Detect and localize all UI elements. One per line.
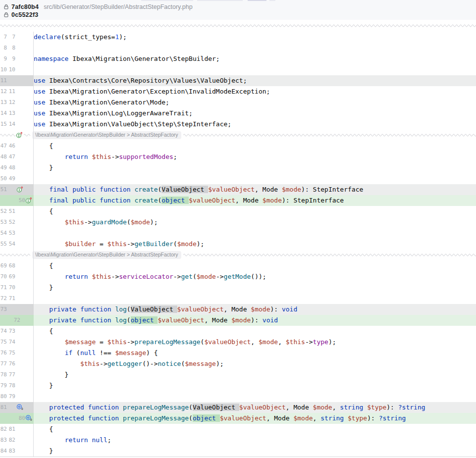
code-token xyxy=(34,360,80,367)
code-token: $valueObject xyxy=(204,338,251,346)
code-token xyxy=(34,305,49,313)
line-number-old: 70 xyxy=(0,271,7,282)
code-line[interactable] xyxy=(34,173,476,184)
code-token: = xyxy=(96,338,107,346)
line-number-old: 52 xyxy=(0,206,7,217)
code-line[interactable] xyxy=(34,293,476,304)
code-token: return xyxy=(65,273,88,280)
code-line[interactable]: final public function create(ValueObject… xyxy=(34,184,476,195)
code-line[interactable]: } xyxy=(34,446,476,457)
code-line[interactable]: { xyxy=(34,260,476,271)
code-token: supportedModes xyxy=(119,153,173,160)
code-line[interactable]: $builder = $this->getBuilder($mode); xyxy=(34,239,476,250)
code-line[interactable]: private function log(object $valueObject… xyxy=(34,315,476,326)
code-token xyxy=(119,414,123,422)
code-line[interactable]: final public function create(object $val… xyxy=(34,195,476,206)
code-token: ): StepInterface xyxy=(282,197,344,204)
line-number-old: 15 xyxy=(0,119,7,130)
code-line[interactable]: protected function prepareLogMessage(Val… xyxy=(34,402,476,413)
code-token: { xyxy=(34,207,53,215)
code-token: $type xyxy=(348,414,367,422)
code-token xyxy=(34,197,49,204)
code-line[interactable] xyxy=(34,64,476,75)
breadcrumb-chip[interactable]: \Ibexa\Migration\Generator\StepBuilder >… xyxy=(32,131,181,139)
code-token: use xyxy=(34,99,45,106)
gutter: 7877 xyxy=(0,369,34,380)
code-line[interactable]: private function log(ValueObject $valueO… xyxy=(34,304,476,315)
code-line[interactable]: namespace Ibexa\Migration\Generator\Step… xyxy=(34,53,476,64)
line-number-old: 72 xyxy=(0,293,7,304)
code-line[interactable]: } xyxy=(34,162,476,173)
changed-word: ValueObject xyxy=(161,186,208,193)
code-line[interactable]: } xyxy=(34,282,476,293)
implements-interface-icon[interactable] xyxy=(25,197,33,204)
code-token: $mode xyxy=(293,414,313,422)
diff-line: 8079 xyxy=(0,391,476,402)
wavy-line xyxy=(0,133,16,138)
implements-interface-icon[interactable] xyxy=(16,186,24,193)
code-token: ( xyxy=(127,305,131,313)
method-overridden-icon[interactable] xyxy=(16,404,24,411)
code-line[interactable]: $this->getLogger()->notice($message); xyxy=(34,358,476,369)
code-token: get xyxy=(181,273,192,280)
diff-line: 7271 xyxy=(0,293,476,304)
code-line[interactable]: protected function prepareLogMessage(obj… xyxy=(34,413,476,424)
code-token: if xyxy=(65,349,73,356)
code-line[interactable]: $message = $this->prepareLogMessage($val… xyxy=(34,337,476,348)
code-token: create xyxy=(135,186,158,193)
diff-line: 80 protected function prepareLogMessage(… xyxy=(0,413,476,424)
code-token: $valueObject xyxy=(177,305,224,313)
code-line[interactable]: { xyxy=(34,141,476,152)
code-line[interactable] xyxy=(34,43,476,53)
code-token: { xyxy=(34,142,53,150)
code-line[interactable]: return $this->supportedModes; xyxy=(34,152,476,162)
diff-content: 77declare(strict_types=1);8899namespace … xyxy=(0,32,476,457)
code-token: ( xyxy=(189,414,193,422)
code-line[interactable]: return $this->serviceLocator->get($mode-… xyxy=(34,271,476,282)
code-token: Ibexa\Contracts\Core\Repository\Values\V… xyxy=(45,77,247,84)
line-number-new: 70 xyxy=(9,282,15,293)
code-line[interactable]: use Ibexa\Migration\Log\LoggerAwareTrait… xyxy=(34,108,476,119)
gutter: 8281 xyxy=(0,424,34,435)
gutter: 5049 xyxy=(0,173,34,184)
code-line[interactable]: use Ibexa\Migration\ValueObject\Step\Ste… xyxy=(34,119,476,130)
implements-interface-icon[interactable] xyxy=(16,131,24,139)
code-token: , xyxy=(332,404,340,411)
code-line[interactable]: if (null !== $message) { xyxy=(34,348,476,358)
code-line[interactable]: } xyxy=(34,369,476,380)
code-token: , xyxy=(313,414,321,422)
code-line[interactable]: $this->guardMode($mode); xyxy=(34,217,476,228)
code-token: $mode xyxy=(259,338,278,346)
code-line[interactable]: use Ibexa\Migration\Generator\Exception\… xyxy=(34,86,476,97)
code-token xyxy=(34,349,65,356)
method-overridden-icon[interactable] xyxy=(25,414,33,422)
code-token: protected function xyxy=(49,414,119,422)
code-token: ( xyxy=(127,218,131,226)
diff-line: 1312use Ibexa\Migration\Generator\Mode; xyxy=(0,97,476,108)
code-line[interactable]: return null; xyxy=(34,435,476,446)
line-number-new: 78 xyxy=(9,380,15,391)
diff-line: 5049 xyxy=(0,173,476,184)
code-line[interactable]: use Ibexa\Contracts\Core\Repository\Valu… xyxy=(34,75,476,86)
code-token: Ibexa\Migration\ValueObject\Step\StepInt… xyxy=(45,120,231,128)
line-number-old: 69 xyxy=(0,260,7,271)
code-line[interactable]: { xyxy=(34,326,476,337)
code-line[interactable] xyxy=(34,228,476,239)
code-line[interactable]: { xyxy=(34,424,476,435)
code-line[interactable]: } xyxy=(34,380,476,391)
line-number-old: 49 xyxy=(0,162,7,173)
code-line[interactable]: use Ibexa\Migration\Generator\Mode; xyxy=(34,97,476,108)
line-number-new: 72 xyxy=(14,315,20,326)
wavy-segment xyxy=(183,250,476,260)
code-line[interactable]: { xyxy=(34,206,476,217)
diff-line: 51 final public function create(ValueObj… xyxy=(0,184,476,195)
code-line[interactable] xyxy=(34,391,476,402)
code-token: $this xyxy=(65,218,84,226)
code-token: ) { xyxy=(146,349,158,356)
breadcrumb-chip[interactable]: \Ibexa\Migration\Generator\StepBuilder >… xyxy=(32,251,181,259)
code-token: $mode xyxy=(197,273,216,280)
code-token: ); xyxy=(150,218,158,226)
gutter: 7776 xyxy=(0,358,34,369)
code-line[interactable]: declare(strict_types=1); xyxy=(34,32,476,43)
code-token: $this xyxy=(107,240,127,248)
